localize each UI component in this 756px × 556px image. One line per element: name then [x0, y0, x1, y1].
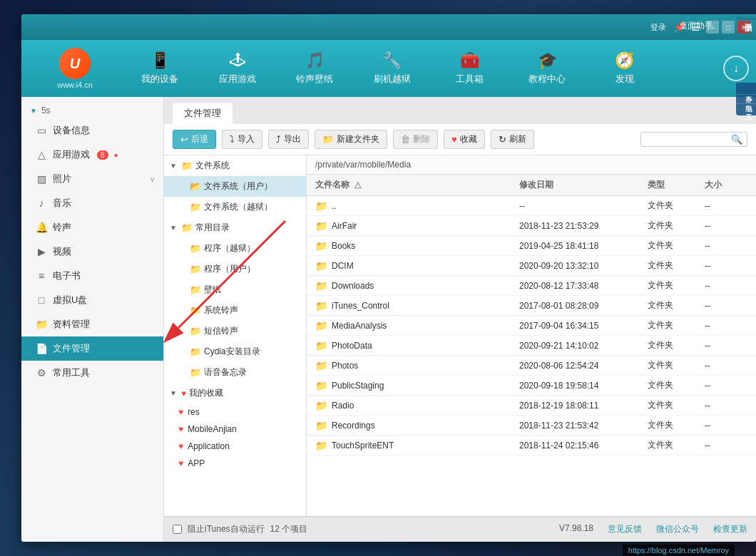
tree-panel: ▼ 📁 文件系统 📂 文件系统（用户） 📁 文件系统（越狱） — [164, 155, 307, 516]
table-row[interactable]: 📁 Photos 2020-08-06 12:54:24 文件夹 -- — [307, 356, 756, 376]
nav-tutorial[interactable]: 🎓 教程中心 — [519, 47, 576, 90]
file-name-cell: 📁 .. — [315, 200, 519, 212]
close-button[interactable]: ✕ — [737, 21, 750, 34]
favorites-header[interactable]: ▼ ♥ 我的收藏 — [164, 383, 306, 403]
refresh-button[interactable]: ↻ 刷新 — [491, 130, 534, 149]
device-info-icon: ▭ — [36, 125, 47, 136]
folder-icon: 📁 — [315, 360, 327, 371]
tab-file-mgr[interactable]: 文件管理 — [173, 103, 233, 124]
file-type: 文件夹 — [648, 279, 705, 292]
new-folder-button[interactable]: 📁 新建文件夹 — [315, 130, 387, 149]
nav-discover[interactable]: 🧭 发现 — [596, 47, 653, 90]
table-row[interactable]: 📁 DCIM 2020-09-20 13:32:10 文件夹 -- — [307, 256, 756, 276]
nav-device[interactable]: 📱 我的设备 — [131, 47, 188, 90]
nav-tools-label: 工具箱 — [456, 73, 484, 86]
sidebar-item-app-games[interactable]: △ 应用游戏 8 ● — [21, 143, 163, 167]
export-button[interactable]: ⤴ 导出 — [268, 130, 309, 149]
download-button[interactable]: ↓ — [723, 56, 749, 81]
table-row[interactable]: 📁 PublicStaging 2020-09-18 19:58:14 文件夹 … — [307, 376, 756, 396]
ads-item-office[interactable]: 办事 — [736, 86, 756, 95]
itunes-checkbox[interactable] — [173, 525, 182, 534]
fav-application[interactable]: ♥ Application — [164, 438, 306, 455]
tree-sms-ringtone[interactable]: 📁 短信铃声 — [164, 321, 306, 341]
sidebar-item-music[interactable]: ♪ 音乐 — [21, 191, 163, 215]
nav-jailbreak[interactable]: 🔧 刷机越狱 — [364, 47, 421, 90]
table-row[interactable]: 📁 AirFair 2018-11-23 21:53:29 文件夹 -- — [307, 216, 756, 236]
table-row[interactable]: 📁 iTunes_Control 2017-08-01 08:28:09 文件夹… — [307, 296, 756, 316]
nav-ringtone[interactable]: 🎵 铃声壁纸 — [286, 47, 343, 90]
fav-mobilenanjian[interactable]: ♥ MobileAnjian — [164, 421, 306, 438]
nav-tools[interactable]: 🧰 工具箱 — [441, 47, 499, 90]
search-input[interactable] — [645, 135, 731, 145]
maximize-button[interactable]: □ — [722, 21, 735, 34]
sidebar-item-ebook[interactable]: ≡ 电子书 — [21, 264, 163, 288]
table-row[interactable]: 📁 Recordings 2018-11-23 21:53:42 文件夹 -- — [307, 416, 756, 436]
jailbreak-icon: 🔧 — [382, 51, 402, 70]
tree-prog-user[interactable]: 📁 程序（用户） — [164, 259, 306, 279]
folder-icon: 📁 — [315, 200, 327, 212]
tree-filesystem-root[interactable]: ▼ 📁 文件系统 — [164, 155, 306, 176]
folder-icon: 📁 — [315, 280, 327, 292]
ads-item-tools[interactable]: 工具 — [736, 104, 756, 113]
table-row[interactable]: 📁 MediaAnalysis 2017-09-04 16:34:15 文件夹 … — [307, 316, 756, 336]
filesystem-folder-icon: 📁 — [181, 160, 193, 171]
back-icon: ↩ — [180, 134, 188, 145]
tree-jailbreak-fs[interactable]: 📁 文件系统（越狱） — [164, 197, 306, 217]
wallpaper-label: 壁纸 — [204, 284, 221, 296]
fav-app2-heart: ♥ — [178, 458, 183, 468]
folder-icon: 📁 — [315, 320, 327, 331]
file-date: 2020-08-06 12:54:24 — [519, 361, 648, 371]
col-filename[interactable]: 文件名称 △ — [315, 179, 519, 191]
fav-mobile-label: MobileAnjian — [188, 424, 237, 434]
wechat-link[interactable]: 微信公众号 — [656, 523, 699, 535]
favorite-button[interactable]: ♥ 收藏 — [444, 130, 485, 149]
url-bar: https://blog.csdn.net/Memroy — [623, 545, 735, 556]
udisk-icon: □ — [36, 294, 47, 306]
tree-user-fs[interactable]: 📂 文件系统（用户） — [164, 176, 306, 197]
tree-cydia[interactable]: 📁 Cydia安装目录 — [164, 341, 306, 362]
sidebar-item-photos[interactable]: ▨ 照片 ∨ — [21, 167, 163, 191]
fav-res[interactable]: ♥ res — [164, 403, 306, 421]
tree-wallpaper[interactable]: 📁 壁纸 — [164, 279, 306, 300]
col-size[interactable]: 大小 — [705, 179, 747, 191]
col-type[interactable]: 类型 — [648, 179, 705, 191]
photos-icon: ▨ — [36, 173, 47, 185]
folder-icon: 📁 — [315, 340, 327, 351]
helper-tab[interactable]: 桌面助手 — [736, 14, 756, 20]
sidebar-item-file-mgr[interactable]: 📄 文件管理 — [21, 336, 163, 361]
sidebar-item-tools[interactable]: ⚙ 常用工具 — [21, 361, 163, 385]
file-type: 文件夹 — [648, 419, 705, 431]
back-button[interactable]: ↩ 后退 — [173, 130, 216, 149]
ads-item-computer[interactable]: 电脑 — [736, 95, 756, 104]
table-row[interactable]: 📁 .. -- 文件夹 -- — [307, 196, 756, 216]
table-row[interactable]: 📁 PhotoData 2020-09-21 14:10:02 文件夹 -- — [307, 336, 756, 356]
col-date[interactable]: 修改日期 — [519, 179, 648, 191]
sidebar-item-video[interactable]: ▶ 视频 — [21, 240, 163, 264]
sidebar-item-device-info[interactable]: ▭ 设备信息 — [21, 118, 163, 143]
feedback-link[interactable]: 意见反馈 — [608, 523, 642, 535]
file-name-cell: 📁 PublicStaging — [315, 380, 519, 391]
table-row[interactable]: 📁 Radio 2018-12-19 18:08:11 文件夹 -- — [307, 396, 756, 416]
update-link[interactable]: 检查更新 — [713, 523, 747, 535]
tree-prog-jail[interactable]: 📁 程序（越狱） — [164, 238, 306, 259]
sidebar-item-data-mgr[interactable]: 📁 资料管理 — [21, 312, 163, 336]
folder-icon: 📁 — [315, 220, 327, 232]
nav-games[interactable]: 🕹 应用游戏 — [209, 47, 266, 90]
tree-voice-memo[interactable]: 📁 语音备忘录 — [164, 362, 306, 383]
voice-memo-label: 语音备忘录 — [204, 366, 247, 379]
file-size: -- — [705, 341, 747, 351]
folder-icon: 📁 — [315, 240, 327, 252]
table-row[interactable]: 📁 Books 2019-04-25 18:41:18 文件夹 -- — [307, 236, 756, 256]
tree-common-root[interactable]: ▼ 📁 常用目录 — [164, 217, 306, 238]
login-link[interactable]: 登录 — [650, 22, 666, 33]
table-header: 文件名称 △ 修改日期 类型 大小 — [307, 175, 756, 196]
table-row[interactable]: 📁 TouchSpriteENT 2018-11-24 02:15:46 文件夹… — [307, 436, 756, 455]
search-box[interactable]: 🔍 — [640, 132, 747, 147]
tree-sys-ringtone[interactable]: 📁 系统铃声 — [164, 300, 306, 321]
delete-button[interactable]: 🗑 删除 — [393, 130, 438, 149]
sidebar-item-udisk[interactable]: □ 虚拟U盘 — [21, 288, 163, 312]
sidebar-item-ringtone[interactable]: 🔔 铃声 — [21, 215, 163, 240]
table-row[interactable]: 📁 Downloads 2020-08-12 17:33:48 文件夹 -- — [307, 276, 756, 296]
import-button[interactable]: ⤵ 导入 — [222, 130, 262, 149]
fav-app[interactable]: ♥ APP — [164, 455, 306, 472]
